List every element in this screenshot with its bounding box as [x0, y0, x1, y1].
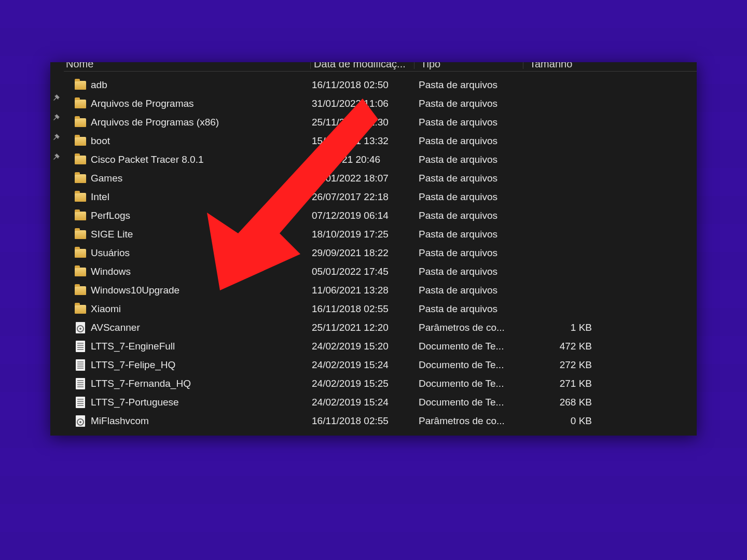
file-row[interactable]: Windows10Upgrade11/06/2021 13:28Pasta de…: [64, 281, 697, 300]
file-type: Pasta de arquivos: [412, 191, 521, 203]
text-file-icon: [74, 396, 87, 409]
column-header-label: Tamanho: [530, 62, 572, 70]
file-name: AVScanner: [91, 322, 309, 333]
file-row[interactable]: adb16/11/2018 02:50Pasta de arquivos: [64, 76, 697, 94]
file-name: LTTS_7-Portuguese: [91, 397, 309, 408]
file-name: PerfLogs: [91, 210, 309, 221]
file-row[interactable]: SIGE Lite18/10/2019 17:25Pasta de arquiv…: [64, 225, 697, 244]
file-size: 268 KB: [521, 397, 594, 408]
file-row[interactable]: boot15/03/2021 13:32Pasta de arquivos: [64, 132, 697, 150]
folder-icon: [74, 153, 87, 166]
file-date: 16/11/2018 02:55: [309, 303, 412, 315]
file-name: Arquivos de Programas: [91, 98, 309, 109]
file-date: 25/11/2021 12:20: [309, 322, 412, 333]
file-row[interactable]: AVScanner25/11/2021 12:20Parâmetros de c…: [64, 318, 697, 337]
file-type: Pasta de arquivos: [412, 135, 521, 147]
file-row[interactable]: Xiaomi16/11/2018 02:55Pasta de arquivos: [64, 300, 697, 318]
file-name: Windows: [91, 266, 309, 277]
file-name: boot: [91, 135, 309, 147]
folder-icon: [74, 265, 87, 278]
file-date: 07/12/2019 06:14: [309, 210, 412, 221]
file-type: Documento de Te...: [412, 378, 521, 389]
file-row[interactable]: MiFlashvcom16/11/2018 02:55Parâmetros de…: [64, 412, 697, 430]
file-type: Pasta de arquivos: [412, 154, 521, 165]
column-header-name[interactable]: Nome: [64, 62, 311, 71]
file-name: LTTS_7-EngineFull: [91, 341, 309, 352]
folder-icon: [74, 135, 87, 147]
folder-icon: [74, 172, 87, 185]
file-date: 24/02/2019 15:24: [309, 359, 412, 371]
folder-icon: [74, 209, 87, 222]
file-date: 25/11/2021 12:30: [309, 117, 412, 128]
pin-icon[interactable]: [52, 114, 61, 122]
column-header-label: Nome: [66, 62, 93, 70]
folder-icon: [74, 97, 87, 110]
file-row[interactable]: PerfLogs07/12/2019 06:14Pasta de arquivo…: [64, 206, 697, 225]
file-size: 271 KB: [521, 378, 594, 389]
file-row[interactable]: Usuários29/09/2021 18:22Pasta de arquivo…: [64, 244, 697, 262]
file-type: Pasta de arquivos: [412, 285, 521, 296]
file-name: adb: [91, 79, 309, 91]
file-size: 472 KB: [521, 341, 594, 352]
file-list-panel: Nome Data de modificaç... Tipo Tamanho a…: [64, 62, 697, 436]
pin-icon[interactable]: [52, 94, 61, 103]
file-row[interactable]: Windows05/01/2022 17:45Pasta de arquivos: [64, 262, 697, 281]
file-date: 31/01/2022 11:06: [309, 98, 412, 109]
file-date: 24/02/2019 15:25: [309, 378, 412, 389]
file-explorer-window: Nome Data de modificaç... Tipo Tamanho a…: [50, 62, 697, 436]
file-name: Intel: [91, 191, 309, 203]
file-date: 18/10/2019 17:25: [309, 229, 412, 240]
file-name: Usuários: [91, 247, 309, 259]
file-name: Xiaomi: [91, 303, 309, 315]
file-row[interactable]: LTTS_7-Portuguese24/02/2019 15:24Documen…: [64, 393, 697, 412]
file-name: Windows10Upgrade: [91, 285, 309, 296]
folder-icon: [74, 191, 87, 203]
file-type: Documento de Te...: [412, 397, 521, 408]
file-row[interactable]: LTTS_7-Fernanda_HQ24/02/2019 15:25Docume…: [64, 374, 697, 393]
file-size: 272 KB: [521, 359, 594, 371]
file-date: 29/09/2021 18:22: [309, 247, 412, 259]
file-row[interactable]: Cisco Packet Tracer 8.0.119/ /2021 20:46…: [64, 150, 697, 169]
file-row[interactable]: Arquivos de Programas31/01/2022 11:06Pas…: [64, 94, 697, 113]
file-type: Pasta de arquivos: [412, 266, 521, 277]
column-header-label: Data de modificaç...: [314, 62, 406, 70]
file-row[interactable]: Arquivos de Programas (x86)25/11/2021 12…: [64, 113, 697, 132]
file-name: LTTS_7-Felipe_HQ: [91, 359, 309, 371]
config-file-icon: [74, 321, 87, 334]
file-type: Pasta de arquivos: [412, 98, 521, 109]
pin-icon[interactable]: [52, 134, 61, 142]
file-row[interactable]: LTTS_7-Felipe_HQ24/02/2019 15:24Document…: [64, 356, 697, 374]
file-row[interactable]: LTTS_7-EngineFull24/02/2019 15:20Documen…: [64, 337, 697, 356]
column-header-date[interactable]: Data de modificaç...: [311, 62, 414, 71]
file-date: 15/03/2021 13:32: [309, 135, 412, 147]
file-date: 19/ /2021 20:46: [309, 154, 412, 165]
text-file-icon: [74, 340, 87, 353]
file-type: Documento de Te...: [412, 359, 521, 371]
file-name: Arquivos de Programas (x86): [91, 117, 309, 128]
file-type: Pasta de arquivos: [412, 247, 521, 259]
file-size: 0 KB: [521, 415, 594, 427]
config-file-icon: [74, 415, 87, 427]
file-type: Parâmetros de co...: [412, 322, 521, 333]
folder-icon: [74, 284, 87, 297]
file-date: 26/07/2017 22:18: [309, 191, 412, 203]
file-name: SIGE Lite: [91, 229, 309, 240]
file-name: Games: [91, 173, 309, 184]
folder-icon: [74, 79, 87, 91]
file-type: Pasta de arquivos: [412, 79, 521, 91]
column-header-type[interactable]: Tipo: [414, 62, 523, 71]
file-type: Pasta de arquivos: [412, 303, 521, 315]
text-file-icon: [74, 377, 87, 390]
folder-icon: [74, 303, 87, 315]
file-row[interactable]: Intel26/07/2017 22:18Pasta de arquivos: [64, 188, 697, 206]
file-size: 1 KB: [521, 322, 594, 333]
file-type: Parâmetros de co...: [412, 415, 521, 427]
file-row[interactable]: Games29/01/2022 18:07Pasta de arquivos: [64, 169, 697, 188]
file-date: 24/02/2019 15:20: [309, 341, 412, 352]
folder-icon: [74, 116, 87, 129]
text-file-icon: [74, 359, 87, 371]
pin-icon[interactable]: [52, 153, 61, 162]
column-header-size[interactable]: Tamanho: [523, 62, 612, 71]
file-type: Pasta de arquivos: [412, 117, 521, 128]
file-date: 16/11/2018 02:50: [309, 79, 412, 91]
